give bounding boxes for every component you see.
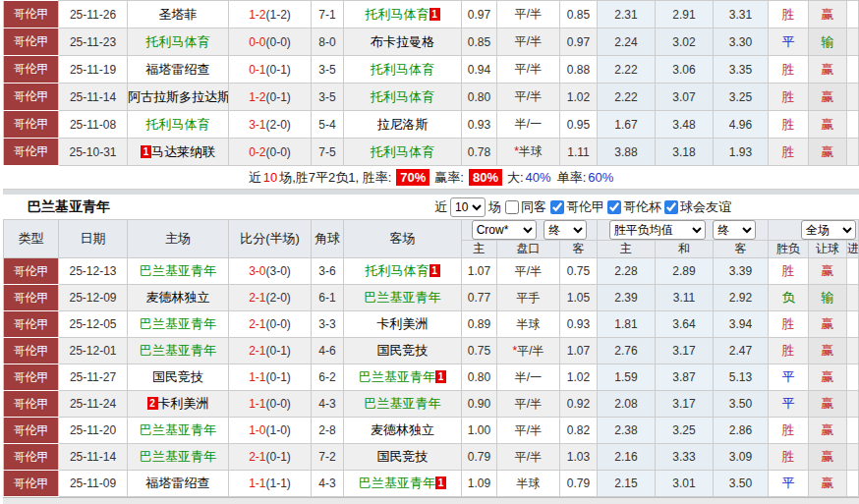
odds-final-select-1[interactable]: 终 — [544, 220, 587, 240]
away-team-cell: 巴兰基亚青年 — [344, 285, 462, 311]
result-cell: 胜 — [769, 139, 809, 166]
league-filter-checkbox[interactable] — [550, 200, 564, 214]
handicap: 平/半 — [497, 418, 560, 444]
clipped-column — [847, 28, 859, 56]
corner-count: 7-1 — [312, 1, 344, 28]
avg-draw-odds: 3.06 — [656, 56, 714, 84]
match-date: 25-11-20 — [59, 418, 128, 444]
away-team-name: 托利马体育 — [371, 89, 434, 104]
away-team-name: 麦德林独立 — [371, 422, 434, 437]
match-stats-page: 哥伦甲 25-11-26 圣塔菲 1-2(1-2) 7-1 托利马体育1 0.9… — [0, 0, 859, 504]
corner-count: 4-6 — [312, 338, 344, 364]
result-cell: 胜 — [769, 311, 809, 338]
away-team-cell: 巴兰基亚青年 — [344, 391, 462, 418]
handicap: 平/半 — [497, 391, 560, 418]
handicap-result-cell: 赢 — [809, 139, 847, 166]
home-team-cell: 福塔雷绍查 — [128, 56, 229, 84]
home-team-name: 马达莱纳联 — [151, 144, 215, 159]
score-cell: 1-1(0-0) — [229, 391, 312, 418]
odds-home: 0.94 — [462, 56, 497, 84]
odds-home: 1.09 — [462, 471, 497, 497]
league-label: 哥伦甲 — [4, 56, 59, 84]
avg-draw-odds: 2.91 — [656, 1, 714, 28]
handicap: 半/一 — [497, 364, 560, 391]
away-team-name: 巴兰基亚青年 — [359, 476, 435, 490]
avg-odds-select[interactable]: 胜平负均值 — [609, 220, 706, 240]
full-match-select[interactable]: 全场 — [801, 220, 856, 240]
match-date: 25-11-09 — [59, 471, 128, 497]
league-label: 哥伦甲 — [4, 471, 59, 497]
recent-count-select[interactable]: 10 — [450, 197, 486, 217]
result-cell: 平 — [769, 28, 809, 56]
asian-win-rate-badge: 80% — [469, 169, 502, 186]
same-away-checkbox[interactable] — [505, 200, 519, 214]
home-team-name: 巴兰基亚青年 — [140, 449, 216, 464]
corner-count: 3-6 — [312, 258, 344, 285]
odds-home: 0.97 — [462, 1, 497, 28]
score-cell: 3-0(3-0) — [229, 258, 312, 285]
avg-home-odds: 2.15 — [598, 471, 656, 497]
home-team-cell: 阿古拉斯多拉达斯 — [128, 84, 229, 111]
avg-home-odds: 2.16 — [598, 444, 656, 471]
avg-draw-odds: 3.87 — [656, 364, 714, 391]
league-filter[interactable]: 哥伦甲 — [549, 198, 604, 216]
league-filter-checkbox[interactable] — [664, 200, 678, 214]
home-team-name: 卡利美洲 — [158, 396, 209, 411]
match-row: 哥伦甲 25-11-09 福塔雷绍查 1-1(1-1) 4-3 巴兰基亚青年1 … — [4, 471, 859, 497]
avg-draw-odds: 2.89 — [656, 258, 714, 285]
league-filter-checkbox[interactable] — [607, 200, 621, 214]
odds-away: 0.79 — [560, 471, 598, 497]
away-team-cell: 托利马体育 — [344, 139, 462, 166]
avg-draw-odds: 3.02 — [656, 28, 714, 56]
league-filter[interactable]: 哥伦杯 — [606, 198, 661, 216]
handicap-result-cell: 赢 — [809, 311, 847, 338]
away-team-name: 卡利美洲 — [377, 316, 429, 331]
same-away-filter[interactable]: 同客 — [504, 198, 546, 216]
match-row: 哥伦甲 25-11-14 巴兰基亚青年 2-1(0-1) 7-2 国民竞技 0.… — [4, 444, 859, 471]
odds-away: 1.05 — [560, 285, 598, 311]
score-cell: 1-2(1-2) — [229, 1, 312, 28]
avg-draw-odds: 3.64 — [656, 311, 714, 338]
home-team-cell: 巴兰基亚青年 — [128, 311, 229, 338]
home-team-cell: 巴兰基亚青年 — [128, 338, 229, 364]
summary-count: 10 — [263, 170, 277, 185]
clipped-column — [847, 311, 859, 338]
match-date: 25-12-05 — [59, 311, 128, 338]
summary-text: 单率: — [557, 169, 587, 187]
result-cell: 胜 — [769, 84, 809, 111]
col-score: 比分(半场) — [229, 220, 312, 258]
odds-final-select-2[interactable]: 终 — [713, 220, 756, 240]
match-row: 哥伦甲 25-11-26 圣塔菲 1-2(1-2) 7-1 托利马体育1 0.9… — [4, 1, 859, 28]
avg-away-odds: 2.47 — [714, 338, 769, 364]
league-label: 哥伦甲 — [4, 84, 59, 111]
handicap: 平手 — [497, 285, 560, 311]
avg-away-odds: 3.30 — [714, 28, 769, 56]
match-date: 25-11-26 — [59, 1, 128, 28]
odds-away: 0.88 — [560, 56, 598, 84]
handicap-result-cell: 赢 — [809, 418, 847, 444]
match-date: 25-11-19 — [59, 56, 128, 84]
avg-draw-odds: 3.01 — [656, 471, 714, 497]
odds-home: 0.85 — [462, 28, 497, 56]
away-team-name: 布卡拉曼格 — [371, 34, 434, 49]
avg-draw-odds: 3.18 — [656, 139, 714, 166]
avg-draw-odds: 3.48 — [656, 111, 714, 139]
match-row: 哥伦甲 25-11-19 福塔雷绍查 0-1(0-1) 3-5 托利马体育 0.… — [4, 56, 859, 84]
league-filter[interactable]: 球会友谊 — [663, 198, 731, 216]
home-team-name: 巴兰基亚青年 — [140, 422, 216, 437]
odds-provider-select[interactable]: Crow* — [472, 220, 537, 240]
corner-count: 7-5 — [312, 139, 344, 166]
result-cell: 平 — [769, 471, 809, 497]
rank-badge: 1 — [435, 476, 446, 489]
handicap-result-cell: 赢 — [809, 391, 847, 418]
avg-home-odds: 2.22 — [598, 84, 656, 111]
handicap: 半/一 — [497, 111, 560, 139]
clipped-column — [847, 364, 859, 391]
odds-away: 1.07 — [560, 338, 598, 364]
odds-away: 1.11 — [560, 139, 598, 166]
team2-matches-table: 类型 日期 主场 比分(半场) 角球 客场 Crow* 终 胜平负均值 终 全场 — [3, 219, 859, 497]
match-date: 25-12-13 — [59, 258, 128, 285]
away-team-name: 托利马体育 — [366, 7, 430, 22]
near-label: 近 — [434, 198, 447, 216]
subcol-avg-away: 客 — [714, 241, 769, 258]
